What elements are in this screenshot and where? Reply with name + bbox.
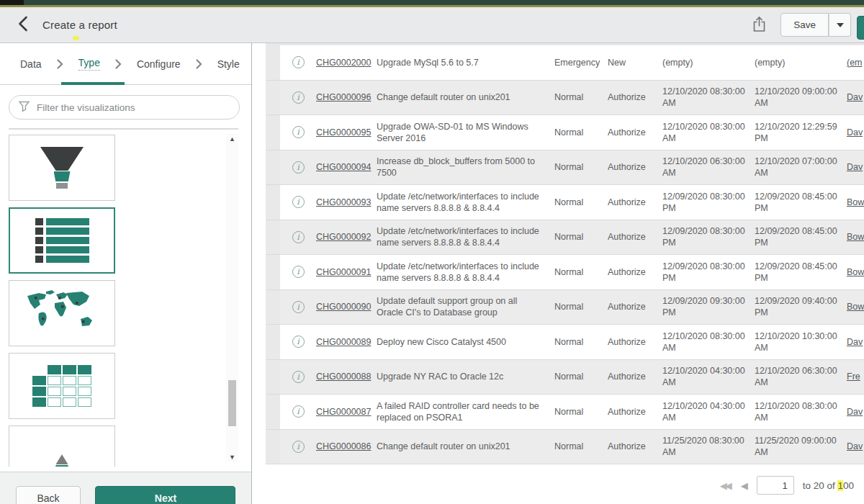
record-number-link[interactable]: CHG0000095 bbox=[316, 127, 371, 138]
viz-thumbnail-pyramid[interactable] bbox=[9, 426, 115, 467]
record-number-link[interactable]: CHG0000093 bbox=[316, 197, 371, 208]
assigned-cell: Bow bbox=[844, 185, 864, 220]
table-row[interactable]: iCHG0000092Update /etc/network/interface… bbox=[266, 220, 864, 256]
number-cell: CHG0000087 bbox=[316, 395, 377, 429]
info-icon[interactable]: i bbox=[292, 196, 305, 208]
first-page-button[interactable]: ◀◀ bbox=[720, 480, 732, 491]
scroll-up-icon[interactable]: ▲ bbox=[226, 135, 238, 143]
record-number-link[interactable]: CHG0002000 bbox=[316, 57, 371, 68]
back-step-button[interactable]: Back bbox=[16, 486, 81, 504]
record-number-link[interactable]: CHG0000089 bbox=[316, 336, 371, 348]
table-row[interactable]: iCHG0000086Change default router on unix… bbox=[266, 430, 864, 465]
edge-primary-button[interactable] bbox=[857, 16, 864, 40]
assigned-to-link[interactable]: (em bbox=[847, 57, 863, 68]
record-number-link[interactable]: CHG0000096 bbox=[316, 91, 371, 103]
info-icon[interactable]: i bbox=[292, 405, 305, 418]
scrollbar-thumb[interactable] bbox=[228, 380, 236, 426]
assigned-to-link[interactable]: Dav bbox=[847, 127, 863, 138]
table-row[interactable]: iCHG0000096Change default router on unix… bbox=[266, 81, 864, 116]
end-date-cell: 12/09/2020 08:45:00 PM bbox=[752, 255, 844, 289]
info-icon[interactable]: i bbox=[292, 336, 305, 348]
share-button[interactable] bbox=[751, 14, 768, 36]
record-number-link[interactable]: CHG0000091 bbox=[316, 266, 371, 278]
state-cell: Authorize bbox=[608, 220, 660, 255]
state-cell: New bbox=[608, 45, 660, 80]
record-number-link[interactable]: CHG0000090 bbox=[316, 301, 371, 312]
description-cell: Increase db_block_buffers from 5000 to 7… bbox=[377, 150, 552, 185]
assigned-to-link[interactable]: Bow bbox=[847, 266, 864, 278]
description-cell: Update /etc/network/interfaces to includ… bbox=[377, 255, 552, 289]
info-icon[interactable]: i bbox=[292, 441, 305, 453]
end-date-cell: (empty) bbox=[752, 45, 844, 80]
table-row[interactable]: iCHG0000088Upgrade NY RAC to Oracle 12cN… bbox=[266, 360, 864, 395]
viz-thumbnail-funnel[interactable] bbox=[9, 135, 115, 201]
info-icon[interactable]: i bbox=[292, 266, 305, 278]
start-date-cell: 11/25/2020 08:30:00 AM bbox=[660, 430, 752, 464]
assigned-to-link[interactable]: Bow bbox=[847, 197, 864, 208]
table-row[interactable]: iCHG0000093Update /etc/network/interface… bbox=[266, 185, 864, 220]
priority-cell: Normal bbox=[552, 255, 608, 289]
table-row[interactable]: iCHG0000091Update /etc/network/interface… bbox=[266, 255, 864, 290]
priority-cell: Normal bbox=[552, 430, 608, 464]
breadcrumb-step-type[interactable]: Type bbox=[78, 57, 100, 71]
pagination-bar: ◀◀ ◀ to 20 of 100 bbox=[720, 476, 854, 495]
viz-thumbnail-map[interactable] bbox=[9, 280, 115, 346]
previous-page-button[interactable]: ◀ bbox=[741, 480, 748, 491]
record-number-link[interactable]: CHG0000092 bbox=[316, 231, 371, 243]
assigned-to-link[interactable]: Dav bbox=[847, 336, 863, 348]
end-date-cell: 12/10/2020 07:00:00 AM bbox=[752, 150, 844, 185]
pyramid-chart-icon bbox=[46, 454, 78, 467]
assigned-to-link[interactable]: Fre bbox=[847, 371, 860, 382]
record-number-link[interactable]: CHG0000086 bbox=[316, 441, 371, 452]
info-cell: i bbox=[280, 360, 316, 395]
viz-thumbnail-heatmap[interactable] bbox=[9, 353, 115, 419]
chevron-right-icon bbox=[57, 59, 63, 69]
breadcrumb-step-data[interactable]: Data bbox=[20, 58, 42, 70]
info-icon[interactable]: i bbox=[292, 231, 305, 243]
save-button[interactable]: Save bbox=[780, 13, 829, 37]
visualization-list: ▲ ▼ bbox=[0, 130, 251, 467]
assigned-to-link[interactable]: Dav bbox=[847, 161, 863, 173]
info-icon[interactable]: i bbox=[292, 161, 305, 174]
record-number-link[interactable]: CHG0000094 bbox=[316, 161, 371, 173]
record-number-link[interactable]: CHG0000088 bbox=[316, 371, 371, 382]
viz-thumbnail-list[interactable] bbox=[9, 207, 115, 274]
row-gutter bbox=[266, 325, 280, 359]
assigned-to-link[interactable]: Dav bbox=[847, 406, 863, 418]
description-cell: Change default router on unix201 bbox=[377, 430, 552, 464]
number-cell: CHG0000092 bbox=[316, 220, 377, 255]
page-number-input[interactable] bbox=[757, 476, 794, 495]
info-icon[interactable]: i bbox=[292, 371, 305, 383]
table-row[interactable]: iCHG0000094Increase db_block_buffers fro… bbox=[266, 150, 864, 186]
next-step-button[interactable]: Next bbox=[95, 486, 235, 504]
filter-visualizations-input[interactable] bbox=[37, 102, 230, 113]
table-row[interactable]: iCHG0000089Deploy new Cisco Catalyst 450… bbox=[266, 325, 864, 360]
number-cell: CHG0000094 bbox=[316, 150, 377, 185]
end-date-cell: 12/09/2020 09:40:00 PM bbox=[752, 290, 844, 325]
number-cell: CHG0000089 bbox=[316, 325, 377, 359]
assigned-cell: Dav bbox=[844, 325, 864, 359]
info-icon[interactable]: i bbox=[292, 56, 305, 68]
assigned-to-link[interactable]: Bow bbox=[847, 301, 864, 312]
table-row[interactable]: iCHG0002000Upgrade MySql 5.6 to 5.7Emerg… bbox=[266, 45, 864, 81]
assigned-cell: Bow bbox=[844, 255, 864, 289]
save-dropdown-button[interactable] bbox=[829, 13, 851, 37]
info-icon[interactable]: i bbox=[292, 301, 305, 313]
info-icon[interactable]: i bbox=[292, 91, 305, 104]
row-gutter bbox=[266, 290, 280, 325]
assigned-to-link[interactable]: Dav bbox=[847, 441, 863, 452]
table-row[interactable]: iCHG0000090Update default support group … bbox=[266, 290, 864, 325]
table-row[interactable]: iCHG0000087A failed RAID controller card… bbox=[266, 395, 864, 430]
breadcrumb-step-style[interactable]: Style bbox=[217, 58, 240, 70]
back-button[interactable] bbox=[16, 14, 30, 35]
state-cell: Authorize bbox=[608, 360, 660, 395]
assigned-to-link[interactable]: Bow bbox=[847, 231, 864, 243]
record-number-link[interactable]: CHG0000087 bbox=[316, 406, 371, 418]
info-icon[interactable]: i bbox=[292, 126, 305, 138]
assigned-to-link[interactable]: Dav bbox=[847, 91, 863, 103]
scroll-down-icon[interactable]: ▼ bbox=[226, 454, 238, 461]
table-row[interactable]: iCHG0000095Upgrade OWA-SD-01 to MS Windo… bbox=[266, 115, 864, 150]
funnel-filter-icon bbox=[18, 100, 30, 115]
breadcrumb-step-configure[interactable]: Configure bbox=[137, 58, 181, 70]
viz-scrollbar[interactable]: ▲ ▼ bbox=[226, 134, 238, 462]
